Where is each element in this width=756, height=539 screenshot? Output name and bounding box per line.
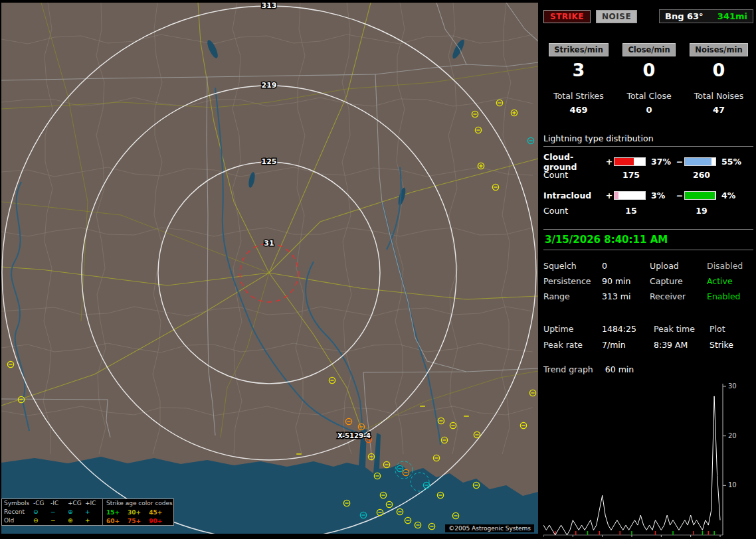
recent-ic-neg-icon: −	[50, 508, 68, 516]
upload-status: Disabled	[707, 261, 756, 271]
rate-counters: Strikes/min Close/min Noises/min 3 0 0 T…	[543, 43, 753, 115]
noise-button[interactable]: NOISE	[596, 10, 637, 23]
age-code: 15+	[106, 509, 120, 516]
age-code: 75+	[128, 518, 141, 524]
peak-rate-value: 7/min	[602, 340, 654, 350]
trend-line	[543, 396, 720, 535]
plus-sign: +	[606, 191, 613, 200]
trend-graph: 3020106050403020100min	[543, 380, 753, 539]
range-ring-label: 125	[262, 157, 277, 166]
age-codes-row-1: 15+30+45+	[106, 509, 173, 516]
squelch-value: 0	[602, 261, 650, 271]
noises-per-min-value: 0	[713, 60, 725, 80]
minus-sign: −	[676, 157, 683, 167]
panel-header: STRIKE NOISE Bng 63° 341mi	[543, 9, 753, 23]
legend-col-ic-neg: -IC	[50, 499, 68, 508]
svg-text:20: 20	[728, 431, 737, 439]
cg-positive-count: 175	[622, 170, 640, 180]
old-cg-pos-icon: ⊕	[68, 516, 85, 525]
old-ic-neg-icon: −	[50, 516, 68, 525]
total-noises-label: Total Noises	[694, 91, 743, 101]
age-code: 45+	[149, 509, 162, 516]
ic-negative-pct: 4%	[719, 191, 744, 200]
noises-per-min-button[interactable]: Noises/min	[690, 43, 747, 56]
svg-text:10: 10	[728, 481, 737, 489]
legend-symbols: Symbols -CG -IC +CG +IC Recent ⊖ − ⊕ + O…	[2, 499, 102, 525]
bearing-distance: 341mi	[717, 11, 747, 21]
capture-status: Active	[707, 276, 756, 286]
legend-col-cg-neg: -CG	[33, 499, 50, 508]
close-per-min-value: 0	[643, 60, 656, 80]
close-per-min-button[interactable]: Close/min	[622, 43, 675, 56]
trend-header: Trend graph 60 min	[543, 364, 753, 374]
legend-symbols-header: Symbols	[4, 499, 33, 508]
range-value: 313 mi	[602, 291, 650, 301]
copyright-text: ©2005 Astrogenic Systems	[445, 524, 534, 532]
age-code: 30+	[128, 509, 141, 516]
ic-positive-count: 15	[625, 206, 636, 216]
status-panel: STRIKE NOISE Bng 63° 341mi Strikes/min C…	[539, 0, 756, 539]
minus-sign: −	[676, 191, 683, 200]
settings-table: Squelch 0 Upload Disabled Persistence 90…	[543, 261, 753, 301]
strikes-per-min-button[interactable]: Strikes/min	[549, 43, 609, 56]
range-ring-label: 219	[262, 81, 277, 90]
squelch-label: Squelch	[543, 261, 602, 271]
cg-positive-pct: 37%	[648, 157, 675, 167]
cloud-ground-count-row: Count 175 260	[543, 168, 753, 183]
cloud-ground-block: Cloud-ground + 37% − 55% Count 175 260	[543, 152, 753, 183]
ic-count-label: Count	[543, 206, 605, 216]
legend-col-ic-pos: +IC	[85, 499, 101, 508]
strikes-per-min-value: 3	[573, 60, 585, 80]
cloud-ground-row: Cloud-ground + 37% − 55%	[543, 152, 753, 168]
persistence-label: Persistence	[543, 276, 602, 286]
map-panel[interactable]: 31321912531 X-5129-4 Symbols -CG -IC +CG…	[1, 3, 538, 534]
uptime-label: Uptime	[543, 324, 602, 334]
trend-graph-label: Trend graph	[543, 364, 593, 374]
recent-ic-pos-icon: +	[85, 508, 101, 516]
trend-window-value: 60 min	[605, 364, 634, 374]
range-ring-label: 31	[264, 239, 274, 248]
range-label: Range	[543, 291, 602, 301]
legend-col-cg-pos: +CG	[68, 499, 85, 508]
legend-age-codes: Strike age color codes 15+30+45+ 60+75+9…	[102, 499, 173, 525]
cg-positive-bar	[614, 157, 646, 166]
legend-old-label: Old	[4, 516, 33, 525]
range-ring-label: 313	[262, 3, 277, 10]
total-strikes-value: 469	[569, 105, 587, 115]
legend-recent-label: Recent	[4, 508, 33, 516]
cg-negative-bar	[684, 157, 716, 166]
bearing-readout: Bng 63° 341mi	[659, 9, 753, 23]
cloud-ground-label: Cloud-ground	[543, 152, 605, 172]
total-strikes-label: Total Strikes	[553, 91, 604, 101]
age-code: 60+	[106, 518, 120, 524]
cg-negative-pct: 55%	[719, 157, 744, 167]
storm-cell-label: X-5129-4	[337, 432, 371, 439]
intracloud-block: Intracloud + 3% − 4% Count 15 19	[543, 188, 753, 218]
intracloud-row: Intracloud + 3% − 4%	[543, 188, 753, 204]
age-code: 90+	[149, 518, 162, 524]
total-close-label: Total Close	[626, 91, 671, 101]
recent-cg-neg-icon: ⊖	[33, 508, 50, 516]
datetime-display: 3/15/2026 8:40:11 AM	[543, 229, 753, 250]
cg-count-label: Count	[543, 170, 605, 180]
peak-time-label: Peak time	[654, 324, 709, 334]
strike-button[interactable]: STRIKE	[543, 10, 591, 23]
upload-label: Upload	[650, 261, 707, 271]
ic-positive-bar	[614, 191, 646, 200]
peak-rate-label: Peak rate	[543, 340, 602, 350]
map-legend: Symbols -CG -IC +CG +IC Recent ⊖ − ⊕ + O…	[1, 499, 174, 526]
recent-cg-pos-icon: ⊕	[68, 508, 85, 516]
map-canvas[interactable]: 31321912531 X-5129-4	[1, 3, 538, 534]
plot-value: Strike	[709, 340, 756, 350]
ic-positive-pct: 3%	[648, 191, 675, 200]
uptime-table: Uptime 1484:25 Peak time Plot Peak rate …	[543, 324, 753, 350]
ic-negative-count: 19	[696, 206, 707, 216]
trend-graph-canvas: 3020106050403020100min	[543, 380, 755, 539]
receiver-status: Enabled	[707, 291, 756, 301]
uptime-value: 1484:25	[602, 324, 654, 334]
old-cg-neg-icon: ⊖	[33, 516, 50, 525]
plus-sign: +	[606, 157, 613, 167]
peak-time-value: 8:39 AM	[654, 340, 709, 350]
total-close-value: 0	[646, 105, 652, 115]
lightning-detector-app: { "header": { "strike": "STRIKE", "noise…	[0, 0, 756, 539]
